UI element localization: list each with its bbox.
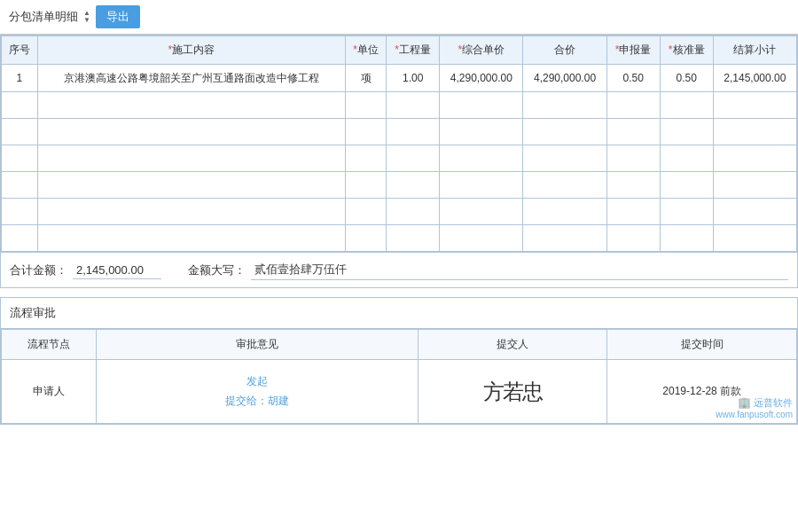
col-quantity: *工程量 — [387, 36, 440, 65]
col-submitter: 提交人 — [418, 330, 607, 360]
main-table: 序号 *施工内容 *单位 *工程量 *综合单价 合价 *申报量 *核准量 结算小… — [1, 35, 797, 252]
total-row: 合计金额： 2,145,000.00 金额大写： 贰佰壹拾肆万伍仟 — [0, 253, 798, 288]
col-content: *施工内容 — [37, 36, 345, 65]
col-total-price: 合价 — [523, 36, 606, 65]
amount-label: 金额大写： — [188, 262, 246, 278]
watermark-text: 远普软件 — [754, 397, 793, 408]
empty-row-5 — [2, 199, 797, 225]
cell-quantity: 1.00 — [387, 65, 440, 92]
cell-seq: 1 — [2, 65, 38, 92]
col-unit: *单位 — [346, 36, 387, 65]
col-unit-price: *综合单价 — [440, 36, 523, 65]
approval-row: 申请人 发起 提交给：胡建 方若忠 2019-12-28 前款 — [2, 360, 797, 424]
col-seq: 序号 — [2, 36, 38, 65]
empty-row-6 — [2, 225, 797, 252]
amount-value: 贰佰壹拾肆万伍仟 — [251, 260, 788, 280]
export-button[interactable]: 导出 — [96, 5, 140, 28]
cell-approved: 0.50 — [660, 65, 713, 92]
watermark-brand: 🏢 远普软件 — [716, 396, 793, 410]
col-subtotal: 结算小计 — [713, 36, 796, 65]
toolbar-title-area: 分包清单明细 ▲ ▼ — [9, 9, 90, 25]
empty-row-3 — [2, 145, 797, 172]
col-opinion: 审批意见 — [96, 330, 418, 360]
approval-submitter: 方若忠 — [418, 360, 607, 424]
page-container: 分包清单明细 ▲ ▼ 导出 序号 *施工内容 *单位 *工程量 *综合单价 合价… — [0, 0, 798, 532]
total-label: 合计金额： — [10, 262, 67, 278]
approval-header-row: 流程节点 审批意见 提交人 提交时间 — [2, 330, 797, 360]
approval-opinion: 发起 提交给：胡建 — [96, 360, 418, 424]
table-row: 1 京港澳高速公路粤境韶关至广州互通路面改造中修工程 项 1.00 4,290,… — [2, 65, 797, 92]
cell-total-price: 4,290,000.00 — [523, 65, 606, 92]
approval-submit-time: 2019-12-28 前款 🏢 远普软件 www.fanpusoft.com — [607, 360, 797, 424]
cell-subtotal: 2,145,000.00 — [713, 65, 796, 92]
col-approved: *核准量 — [660, 36, 713, 65]
signature-text: 方若忠 — [483, 380, 542, 403]
approval-title: 流程审批 — [1, 298, 797, 329]
total-value: 2,145,000.00 — [73, 262, 161, 279]
approval-node: 申请人 — [2, 360, 97, 424]
cell-content: 京港澳高速公路粤境韶关至广州互通路面改造中修工程 — [37, 65, 345, 92]
col-declared: *申报量 — [606, 36, 660, 65]
empty-row-2 — [2, 119, 797, 145]
toolbar-title-text: 分包清单明细 — [9, 9, 78, 25]
empty-row-1 — [2, 92, 797, 119]
main-table-section: 序号 *施工内容 *单位 *工程量 *综合单价 合价 *申报量 *核准量 结算小… — [0, 35, 798, 253]
table-header-row: 序号 *施工内容 *单位 *工程量 *综合单价 合价 *申报量 *核准量 结算小… — [2, 36, 797, 65]
empty-row-4 — [2, 172, 797, 199]
approval-table: 流程节点 审批意见 提交人 提交时间 申请人 发起 提交给：胡建 — [1, 329, 797, 424]
watermark-icon: 🏢 — [738, 396, 751, 409]
toolbar: 分包清单明细 ▲ ▼ 导出 — [0, 0, 798, 35]
col-node: 流程节点 — [2, 330, 97, 360]
watermark-url: www.fanpusoft.com — [716, 410, 793, 419]
sort-arrows-icon[interactable]: ▲ ▼ — [83, 10, 90, 24]
opinion-text: 发起 提交给：胡建 — [106, 372, 409, 411]
cell-unit-price: 4,290,000.00 — [440, 65, 523, 92]
approval-section: 流程审批 流程节点 审批意见 提交人 提交时间 申请人 发起 提交给：胡建 — [0, 297, 798, 425]
col-submit-time: 提交时间 — [607, 330, 797, 360]
cell-unit: 项 — [346, 65, 387, 92]
cell-declared: 0.50 — [606, 65, 660, 92]
